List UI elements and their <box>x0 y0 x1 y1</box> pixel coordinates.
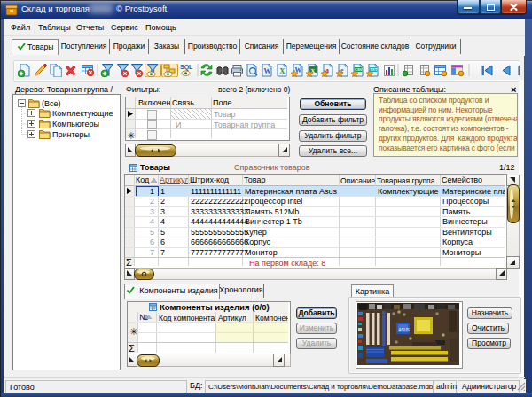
svg-text:(Все): (Все) <box>42 99 61 108</box>
svg-text:Принтеры: Принтеры <box>52 130 90 139</box>
svg-text:X: X <box>280 67 286 75</box>
svg-text:CSV: CSV <box>355 67 363 72</box>
svg-text:SQL: SQL <box>180 64 193 71</box>
svg-text:TXT: TXT <box>370 67 377 72</box>
svg-text:Компьютеры: Компьютеры <box>52 120 99 128</box>
svg-text:X: X <box>311 67 316 74</box>
svg-text:ASUS: ASUS <box>399 328 410 332</box>
svg-text:Комплектующие: Комплектующие <box>52 109 113 118</box>
svg-text:W: W <box>264 67 271 75</box>
